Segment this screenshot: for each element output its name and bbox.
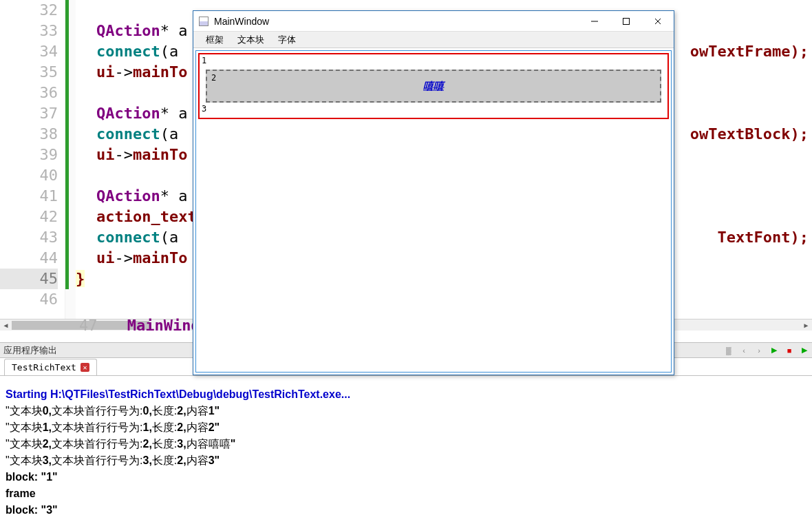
line-number: 40 <box>0 165 58 186</box>
run-icon[interactable]: ▶ <box>768 344 780 357</box>
close-button[interactable] <box>642 11 674 32</box>
tab-testrichtext[interactable]: TestRichText ✕ <box>4 359 97 375</box>
menu-textblock[interactable]: 文本块 <box>231 34 271 46</box>
line-number: 43 <box>0 227 58 248</box>
code-token: QAction <box>96 187 160 205</box>
code-token: mainTo <box>133 249 187 266</box>
line-number: 32 <box>0 0 58 21</box>
code-token: connect <box>96 125 160 143</box>
text-block-3: 3 <box>202 104 665 116</box>
output-log-line: block: "1" <box>6 469 806 485</box>
titlebar[interactable]: MainWindow <box>193 11 674 32</box>
filter-icon[interactable]: ▒ <box>723 344 735 357</box>
next-icon[interactable]: › <box>753 344 765 357</box>
scroll-right-icon[interactable]: ► <box>800 319 812 331</box>
app-content-area[interactable]: 1 2 嘻嘻 3 <box>195 50 672 373</box>
output-log-line: "文本块1,文本块首行行号为:1,长度:2,内容2" <box>6 419 806 436</box>
inner-frame: 2 嘻嘻 <box>206 70 661 103</box>
marker-column <box>65 0 76 331</box>
svg-rect-1 <box>623 18 630 24</box>
minimize-button[interactable] <box>579 11 610 32</box>
output-log-line: "文本块3,文本块首行行号为:3,长度:2,内容3" <box>6 452 806 469</box>
code-token: QAction <box>96 22 160 39</box>
line-number: 33 <box>0 21 58 41</box>
output-log-line: "文本块0,文本块首行行号为:0,长度:2,内容1" <box>6 403 806 419</box>
code-token: mainTo <box>133 63 187 81</box>
line-number: 38 <box>0 124 58 145</box>
line-number: 36 <box>0 83 58 103</box>
code-token: ui <box>96 249 115 266</box>
output-starting-line: Starting H:\QTFiles\TestRichText\Debug\d… <box>6 386 806 403</box>
menu-font[interactable]: 字体 <box>271 34 303 46</box>
line-number: 34 <box>0 41 58 62</box>
menubar: 框架 文本块 字体 <box>193 32 674 48</box>
code-token: (a <box>160 43 179 60</box>
text-xixi: 嘻嘻 <box>423 80 444 93</box>
output-log-line: block: "3" <box>6 502 806 518</box>
maximize-button[interactable] <box>610 11 642 32</box>
line-number: 39 <box>0 145 58 165</box>
line-number: 46 <box>0 289 58 310</box>
text-block-2: 2 <box>211 73 216 83</box>
code-token: -> <box>115 63 133 81</box>
code-token: ui <box>96 63 115 81</box>
line-number: 44 <box>0 248 58 269</box>
text-block-1: 1 <box>202 56 665 68</box>
tab-label: TestRichText <box>12 362 76 373</box>
window-title: MainWindow <box>214 16 269 27</box>
line-number: 37 <box>0 103 58 124</box>
code-token: (a <box>160 125 179 143</box>
close-icon[interactable]: ✕ <box>81 363 89 372</box>
code-token: * a <box>160 22 188 39</box>
line-number: 42 <box>0 207 58 227</box>
code-token: action_text <box>96 208 197 225</box>
line-number-current: 45 <box>0 269 58 289</box>
change-marker <box>65 0 69 289</box>
scroll-left-icon[interactable]: ◄ <box>0 319 12 331</box>
menu-frame[interactable]: 框架 <box>199 34 231 46</box>
app-window: MainWindow 框架 文本块 字体 1 2 嘻嘻 3 <box>193 10 674 375</box>
code-token: } <box>76 270 85 287</box>
output-log-line: "文本块2,文本块首行行号为:2,长度:3,内容嘻嘻" <box>6 436 806 452</box>
code-token: TextFont); <box>718 227 809 248</box>
output-log-line: frame <box>6 485 806 502</box>
code-token: * a <box>160 187 188 205</box>
line-gutter: 32 33 34 35 36 37 38 39 40 41 42 43 44 4… <box>0 0 65 331</box>
code-token: owTextFrame); <box>690 41 809 62</box>
code-token: ui <box>96 146 115 163</box>
code-token: * a <box>160 105 188 122</box>
rerun-icon[interactable]: ▶ <box>798 344 811 357</box>
output-console[interactable]: Starting H:\QTFiles\TestRichText\Debug\d… <box>0 376 812 524</box>
code-token: connect <box>96 229 160 246</box>
code-token: (a <box>160 229 179 246</box>
line-number: 41 <box>0 186 58 207</box>
text-frame: 1 2 嘻嘻 3 <box>198 53 669 119</box>
code-token: owTextBlock); <box>690 124 809 145</box>
code-token: connect <box>96 43 160 60</box>
stop-icon[interactable]: ■ <box>783 344 795 357</box>
app-icon <box>199 17 209 26</box>
line-number: 35 <box>0 62 58 83</box>
code-token: -> <box>115 146 133 163</box>
code-token: QAction <box>96 105 160 122</box>
output-panel-title: 应用程序输出 <box>3 344 57 357</box>
code-token: mainTo <box>133 146 187 163</box>
prev-icon[interactable]: ‹ <box>738 344 750 357</box>
code-token: -> <box>115 249 133 266</box>
